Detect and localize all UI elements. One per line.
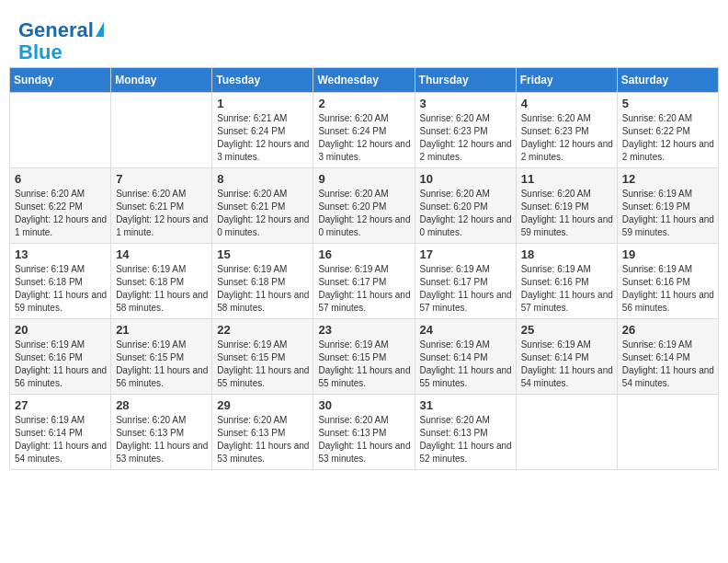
day-number: 20 (15, 323, 107, 337)
calendar-cell (617, 395, 718, 470)
calendar-cell: 11Sunrise: 6:20 AM Sunset: 6:19 PM Dayli… (516, 168, 617, 244)
logo-text: General Blue (18, 18, 104, 63)
calendar-cell: 5Sunrise: 6:20 AM Sunset: 6:22 PM Daylig… (617, 93, 718, 168)
day-number: 28 (116, 398, 208, 412)
day-number: 15 (217, 247, 309, 261)
day-number: 29 (217, 398, 309, 412)
day-info: Sunrise: 6:19 AM Sunset: 6:15 PM Dayligh… (318, 339, 410, 390)
day-number: 9 (318, 172, 410, 186)
day-info: Sunrise: 6:19 AM Sunset: 6:16 PM Dayligh… (622, 263, 714, 315)
week-row-4: 20Sunrise: 6:19 AM Sunset: 6:16 PM Dayli… (10, 319, 719, 395)
logo: General Blue (18, 18, 104, 63)
day-info: Sunrise: 6:19 AM Sunset: 6:14 PM Dayligh… (15, 414, 107, 465)
calendar-cell: 7Sunrise: 6:20 AM Sunset: 6:21 PM Daylig… (111, 168, 212, 244)
calendar-cell: 4Sunrise: 6:20 AM Sunset: 6:23 PM Daylig… (516, 93, 617, 168)
day-info: Sunrise: 6:19 AM Sunset: 6:19 PM Dayligh… (622, 188, 714, 239)
weekday-thursday: Thursday (415, 68, 516, 93)
day-info: Sunrise: 6:19 AM Sunset: 6:14 PM Dayligh… (420, 339, 512, 390)
calendar-cell: 18Sunrise: 6:19 AM Sunset: 6:16 PM Dayli… (516, 244, 617, 319)
day-info: Sunrise: 6:20 AM Sunset: 6:13 PM Dayligh… (318, 414, 410, 465)
logo-blue: Blue (18, 42, 104, 63)
week-row-1: 1Sunrise: 6:21 AM Sunset: 6:24 PM Daylig… (10, 93, 719, 168)
day-number: 22 (217, 323, 309, 337)
day-info: Sunrise: 6:19 AM Sunset: 6:15 PM Dayligh… (116, 339, 208, 390)
day-info: Sunrise: 6:20 AM Sunset: 6:21 PM Dayligh… (116, 188, 208, 239)
weekday-wednesday: Wednesday (313, 68, 415, 93)
day-number: 1 (217, 97, 309, 110)
week-row-2: 6Sunrise: 6:20 AM Sunset: 6:22 PM Daylig… (10, 168, 719, 244)
calendar-cell: 10Sunrise: 6:20 AM Sunset: 6:20 PM Dayli… (415, 168, 516, 244)
day-number: 17 (420, 247, 512, 261)
calendar-cell: 22Sunrise: 6:19 AM Sunset: 6:15 PM Dayli… (212, 319, 313, 395)
day-info: Sunrise: 6:20 AM Sunset: 6:22 PM Dayligh… (15, 188, 107, 239)
day-info: Sunrise: 6:19 AM Sunset: 6:18 PM Dayligh… (15, 263, 107, 315)
logo-general: General (18, 18, 94, 41)
day-number: 24 (420, 323, 512, 337)
calendar-cell: 23Sunrise: 6:19 AM Sunset: 6:15 PM Dayli… (313, 319, 415, 395)
calendar-cell: 17Sunrise: 6:19 AM Sunset: 6:17 PM Dayli… (415, 244, 516, 319)
calendar-cell: 21Sunrise: 6:19 AM Sunset: 6:15 PM Dayli… (111, 319, 212, 395)
day-info: Sunrise: 6:20 AM Sunset: 6:23 PM Dayligh… (521, 112, 613, 164)
weekday-sunday: Sunday (10, 68, 111, 93)
day-info: Sunrise: 6:19 AM Sunset: 6:14 PM Dayligh… (521, 339, 613, 390)
calendar-cell: 31Sunrise: 6:20 AM Sunset: 6:13 PM Dayli… (415, 395, 516, 470)
day-number: 30 (318, 398, 410, 412)
day-info: Sunrise: 6:19 AM Sunset: 6:15 PM Dayligh… (217, 339, 309, 390)
calendar-cell: 28Sunrise: 6:20 AM Sunset: 6:13 PM Dayli… (111, 395, 212, 470)
day-number: 12 (622, 172, 714, 186)
day-info: Sunrise: 6:20 AM Sunset: 6:22 PM Dayligh… (622, 112, 714, 164)
calendar-cell: 13Sunrise: 6:19 AM Sunset: 6:18 PM Dayli… (10, 244, 111, 319)
day-number: 21 (116, 323, 208, 337)
day-number: 5 (622, 97, 714, 110)
day-info: Sunrise: 6:20 AM Sunset: 6:24 PM Dayligh… (318, 112, 410, 164)
day-number: 18 (521, 247, 613, 261)
calendar-cell (10, 93, 111, 168)
calendar-table: SundayMondayTuesdayWednesdayThursdayFrid… (9, 67, 719, 470)
weekday-monday: Monday (111, 68, 212, 93)
day-info: Sunrise: 6:19 AM Sunset: 6:16 PM Dayligh… (15, 339, 107, 390)
day-number: 6 (15, 172, 107, 186)
calendar-body: 1Sunrise: 6:21 AM Sunset: 6:24 PM Daylig… (10, 93, 719, 470)
calendar-cell: 20Sunrise: 6:19 AM Sunset: 6:16 PM Dayli… (10, 319, 111, 395)
calendar-cell: 19Sunrise: 6:19 AM Sunset: 6:16 PM Dayli… (617, 244, 718, 319)
weekday-saturday: Saturday (617, 68, 718, 93)
calendar-cell: 9Sunrise: 6:20 AM Sunset: 6:20 PM Daylig… (313, 168, 415, 244)
day-number: 13 (15, 247, 107, 261)
calendar-cell: 8Sunrise: 6:20 AM Sunset: 6:21 PM Daylig… (212, 168, 313, 244)
calendar-cell: 12Sunrise: 6:19 AM Sunset: 6:19 PM Dayli… (617, 168, 718, 244)
day-info: Sunrise: 6:20 AM Sunset: 6:23 PM Dayligh… (420, 112, 512, 164)
day-info: Sunrise: 6:19 AM Sunset: 6:17 PM Dayligh… (420, 263, 512, 315)
week-row-5: 27Sunrise: 6:19 AM Sunset: 6:14 PM Dayli… (10, 395, 719, 470)
day-number: 25 (521, 323, 613, 337)
calendar-cell: 26Sunrise: 6:19 AM Sunset: 6:14 PM Dayli… (617, 319, 718, 395)
day-number: 19 (622, 247, 714, 261)
day-info: Sunrise: 6:19 AM Sunset: 6:18 PM Dayligh… (217, 263, 309, 315)
day-number: 31 (420, 398, 512, 412)
calendar-cell: 30Sunrise: 6:20 AM Sunset: 6:13 PM Dayli… (313, 395, 415, 470)
day-number: 4 (521, 97, 613, 110)
day-number: 10 (420, 172, 512, 186)
day-number: 16 (318, 247, 410, 261)
day-info: Sunrise: 6:21 AM Sunset: 6:24 PM Dayligh… (217, 112, 309, 164)
calendar-cell: 6Sunrise: 6:20 AM Sunset: 6:22 PM Daylig… (10, 168, 111, 244)
day-number: 26 (622, 323, 714, 337)
calendar-cell: 3Sunrise: 6:20 AM Sunset: 6:23 PM Daylig… (415, 93, 516, 168)
day-number: 11 (521, 172, 613, 186)
calendar-cell: 24Sunrise: 6:19 AM Sunset: 6:14 PM Dayli… (415, 319, 516, 395)
day-info: Sunrise: 6:20 AM Sunset: 6:13 PM Dayligh… (420, 414, 512, 465)
day-info: Sunrise: 6:19 AM Sunset: 6:16 PM Dayligh… (521, 263, 613, 315)
day-info: Sunrise: 6:19 AM Sunset: 6:14 PM Dayligh… (622, 339, 714, 390)
day-info: Sunrise: 6:20 AM Sunset: 6:13 PM Dayligh… (217, 414, 309, 465)
day-number: 2 (318, 97, 410, 110)
day-number: 8 (217, 172, 309, 186)
calendar-cell: 15Sunrise: 6:19 AM Sunset: 6:18 PM Dayli… (212, 244, 313, 319)
day-info: Sunrise: 6:20 AM Sunset: 6:21 PM Dayligh… (217, 188, 309, 239)
day-info: Sunrise: 6:20 AM Sunset: 6:20 PM Dayligh… (318, 188, 410, 239)
calendar-cell: 2Sunrise: 6:20 AM Sunset: 6:24 PM Daylig… (313, 93, 415, 168)
day-info: Sunrise: 6:20 AM Sunset: 6:19 PM Dayligh… (521, 188, 613, 239)
day-number: 7 (116, 172, 208, 186)
calendar-cell (111, 93, 212, 168)
day-info: Sunrise: 6:20 AM Sunset: 6:20 PM Dayligh… (420, 188, 512, 239)
weekday-header-row: SundayMondayTuesdayWednesdayThursdayFrid… (10, 68, 719, 93)
day-number: 3 (420, 97, 512, 110)
